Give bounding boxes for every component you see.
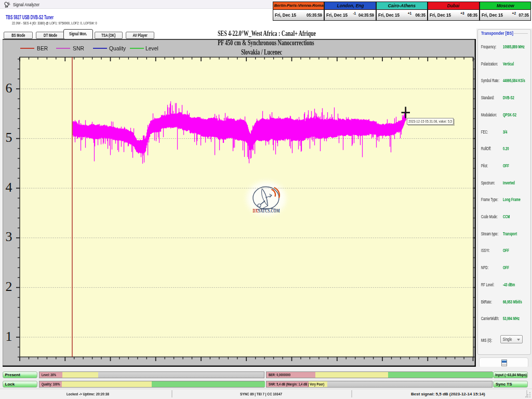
svg-text:4: 4 xyxy=(6,180,12,195)
svg-text:5: 5 xyxy=(6,130,12,145)
svg-text:DXSATCS.COM: DXSATCS.COM xyxy=(252,208,280,214)
svg-text:2: 2 xyxy=(6,279,12,294)
svg-text:3: 3 xyxy=(6,229,12,244)
svg-text:1: 1 xyxy=(6,329,12,344)
svg-text:6: 6 xyxy=(6,81,12,96)
